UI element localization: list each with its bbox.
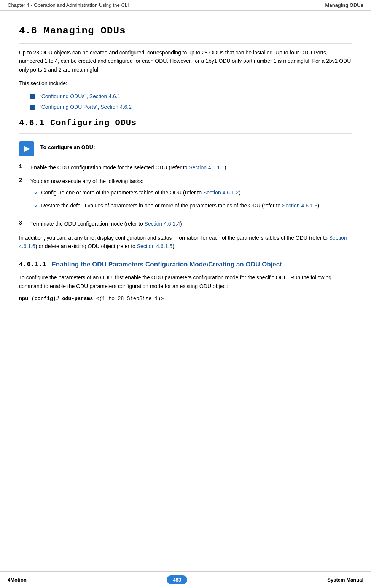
step-num-1: 1 xyxy=(19,163,30,169)
link-461[interactable]: “Configuring ODUs”, Section 4.6.1 xyxy=(40,93,120,99)
step-content-3: Terminate the ODU configuration mode (re… xyxy=(30,220,352,228)
sub-bullet-text-2: Restore the default values of parameters… xyxy=(41,201,319,210)
section-46-title: Managing ODUs xyxy=(44,25,126,37)
header-chapter: Chapter 4 - Operation and Administration… xyxy=(8,2,129,8)
page-header: Chapter 4 - Operation and Administration… xyxy=(0,0,371,11)
section-46-num: 4.6 xyxy=(19,25,37,37)
chevron-1: » xyxy=(34,188,37,198)
bullet-text-1: “Configuring ODUs”, Section 4.6.1 xyxy=(40,93,120,99)
section-4611-title: Enabling the ODU Parameters Configuratio… xyxy=(51,260,352,269)
section-46-intro: Up to 28 ODU objects can be created and … xyxy=(19,48,352,74)
section-divider-1 xyxy=(19,43,352,44)
step-1: 1 Enable the ODU configuration mode for … xyxy=(19,163,352,172)
link-4612[interactable]: Section 4.6.1.2 xyxy=(203,190,239,196)
step-content-2: You can now execute any of the following… xyxy=(30,177,352,214)
section-46-heading: 4.6 Managing ODUs xyxy=(19,25,352,37)
sub-bullet-2: » Restore the default values of paramete… xyxy=(34,201,352,210)
chevron-2: » xyxy=(34,201,37,210)
section-461-num: 4.6.1 xyxy=(19,118,44,128)
arrow-right-icon xyxy=(22,144,31,153)
svg-marker-0 xyxy=(24,146,30,152)
addition-text: In addition, you can, at any time, displ… xyxy=(19,234,352,251)
header-section: Managing ODUs xyxy=(325,2,363,8)
section-46-this-section: This section include: xyxy=(19,79,352,88)
bullet-item-2: “Configuring ODU Ports”, Section 4.6.2 xyxy=(30,104,352,110)
footer-title: System Manual xyxy=(327,577,363,583)
footer-brand: 4Motion xyxy=(8,577,27,583)
page-footer: 4Motion 483 System Manual xyxy=(0,571,371,588)
sub-bullet-1: » Configure one or more of the parameter… xyxy=(34,188,352,198)
note-label: To configure an ODU: xyxy=(40,140,95,150)
steps-list: 1 Enable the ODU configuration mode for … xyxy=(19,163,352,228)
bullet-text-2: “Configuring ODU Ports”, Section 4.6.2 xyxy=(40,104,132,110)
footer-page-num: 483 xyxy=(167,575,187,584)
section-4611-body: To configure the parameters of an ODU, f… xyxy=(19,273,352,290)
section-461-title: Configuring ODUs xyxy=(50,118,137,128)
step-2: 2 You can now execute any of the followi… xyxy=(19,177,352,214)
note-icon xyxy=(19,141,34,156)
bullet-square-2 xyxy=(30,105,35,110)
section-divider-2 xyxy=(19,133,352,134)
link-462[interactable]: “Configuring ODU Ports”, Section 4.6.2 xyxy=(40,104,132,110)
code-suffix: <(1 to 28 StepSize 1)> xyxy=(96,296,164,301)
step-num-2: 2 xyxy=(19,177,30,183)
link-4614[interactable]: Section 4.6.1.4 xyxy=(145,221,180,227)
step-3: 3 Terminate the ODU configuration mode (… xyxy=(19,220,352,228)
bullet-item-1: “Configuring ODUs”, Section 4.6.1 xyxy=(30,93,352,99)
link-4613[interactable]: Section 4.6.1.3 xyxy=(282,202,317,209)
sub-bullets: » Configure one or more of the parameter… xyxy=(34,188,352,210)
section-4611-num: 4.6.1.1 xyxy=(19,261,46,268)
section-461-heading: 4.6.1 Configuring ODUs xyxy=(19,118,352,128)
step-num-3: 3 xyxy=(19,220,30,226)
bullet-square-1 xyxy=(30,94,35,99)
step-content-1: Enable the ODU configuration mode for th… xyxy=(30,163,352,172)
section-46-bullets: “Configuring ODUs”, Section 4.6.1 “Confi… xyxy=(30,93,352,110)
section-4611-heading: 4.6.1.1 Enabling the ODU Parameters Conf… xyxy=(19,260,352,269)
sub-bullet-text-1: Configure one or more of the parameters … xyxy=(41,188,240,197)
link-4611[interactable]: Section 4.6.1.1 xyxy=(189,164,224,171)
main-content: 4.6 Managing ODUs Up to 28 ODU objects c… xyxy=(0,11,371,328)
note-box: To configure an ODU: xyxy=(19,140,352,156)
code-command: npu (config)# odu-params xyxy=(19,296,93,301)
code-block: npu (config)# odu-params <(1 to 28 StepS… xyxy=(19,296,352,301)
link-4616[interactable]: Section 4.6.1.6 xyxy=(19,235,347,249)
link-4615[interactable]: Section 4.6.1.5 xyxy=(137,243,172,249)
